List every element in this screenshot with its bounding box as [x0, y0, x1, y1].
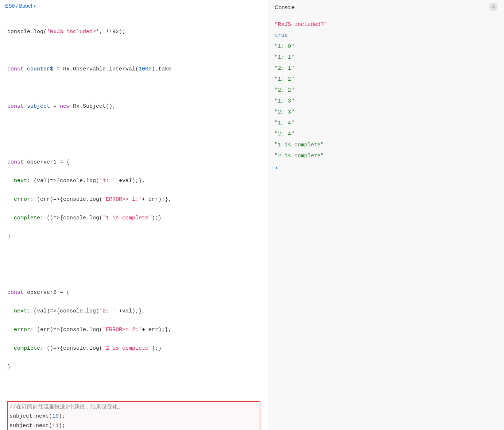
console-prompt[interactable]: › — [275, 165, 497, 171]
console-output-11: "2: 4" — [275, 129, 497, 140]
dropdown-arrow: ▾ — [34, 4, 35, 8]
code-line-4: const observer1 = { — [7, 158, 260, 167]
console-output-13: "2 is complete" — [275, 151, 497, 162]
language-selector[interactable]: ES6 / Babel ▾ — [5, 3, 35, 9]
code-line-1: console.log('RxJS included?', !!Rx); — [7, 27, 260, 37]
console-close-button[interactable]: × — [489, 3, 497, 11]
language-label: ES6 / Babel — [5, 3, 32, 9]
console-output-2: true — [275, 30, 497, 41]
code-line-13: } — [7, 362, 260, 372]
console-panel: Console × "RxJS included?" true "1: 0" "… — [268, 0, 504, 430]
code-line-6: error: (err)=>{console.log('ERROR>> 1:'+… — [7, 195, 260, 204]
console-output-5: "2: 1" — [275, 63, 497, 74]
code-line-14: subject.next(10); — [9, 412, 258, 421]
console-title: Console — [275, 4, 295, 10]
code-line-9: const observer2 = { — [7, 288, 260, 297]
code-line-5: next: (val)=>{console.log('1: ' +val);}, — [7, 176, 260, 186]
code-line-2: const counter$ = Rx.Observable.interval(… — [7, 65, 260, 74]
editor-panel: ES6 / Babel ▾ console.log('RxJS included… — [0, 0, 268, 430]
toolbar[interactable]: ES6 / Babel ▾ — [0, 0, 268, 12]
code-line-15: subject.next(11); — [9, 421, 258, 430]
console-output-4: "1: 1" — [275, 52, 497, 63]
console-output-6: "1: 2" — [275, 74, 497, 85]
code-line-12: complete: ()=>{console.log('2 is complet… — [7, 344, 260, 353]
code-editor[interactable]: console.log('RxJS included?', !!Rx); con… — [0, 12, 268, 430]
console-output-3: "1: 0" — [275, 41, 497, 52]
code-line-10: next: (val)=>{console.log('2: ' +val);}, — [7, 307, 260, 316]
console-output-10: "1: 4" — [275, 118, 497, 129]
code-line-8: } — [7, 232, 260, 242]
console-output-7: "2: 2" — [275, 85, 497, 96]
code-line-3: const subject = new Rx.Subject(); — [7, 102, 260, 111]
console-output-9: "2: 3" — [275, 107, 497, 118]
console-output-8: "1: 3" — [275, 96, 497, 107]
code-line-11: error: (err)=>{console.log('ERROR>> 2:'+… — [7, 325, 260, 335]
code-line-comment1: //在订阅前往流里推送2个新值，结果没变化。 — [9, 403, 258, 412]
console-output-12: "1 is complete" — [275, 140, 497, 151]
console-body: "RxJS included?" true "1: 0" "1: 1" "2: … — [268, 14, 504, 430]
code-line-7: complete: ()=>{console.log('1 is complet… — [7, 214, 260, 223]
close-icon: × — [492, 4, 495, 9]
highlighted-code-block: //在订阅前往流里推送2个新值，结果没变化。subject.next(10);s… — [7, 401, 260, 430]
console-header: Console × — [268, 0, 504, 14]
console-output-1: "RxJS included?" — [275, 19, 497, 30]
